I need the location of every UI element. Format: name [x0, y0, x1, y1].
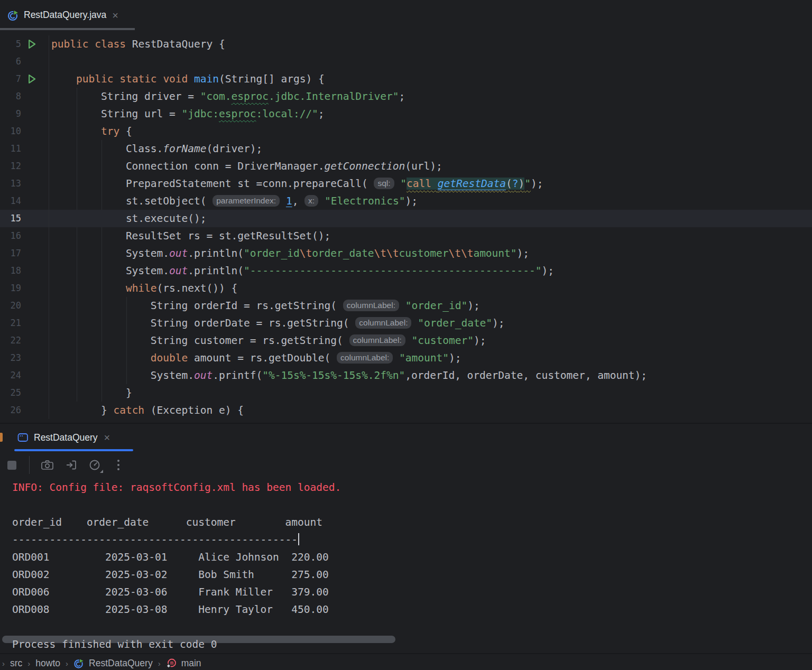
code-token: \t	[300, 247, 312, 259]
console-output[interactable]: INFO: Config file: raqsoftConfig.xml has…	[0, 479, 812, 653]
editor-line-12[interactable]: 12 Connection conn = DriverManager.getCo…	[0, 157, 812, 175]
code-text[interactable]: String url = "jdbc:esproc:local://";	[49, 105, 325, 123]
editor-line-26[interactable]: 26 } catch (Exception e) {	[0, 402, 812, 419]
code-text[interactable]: public class RestDataQuery {	[49, 35, 225, 53]
editor-line-24[interactable]: 24 System.out.printf("%-15s%-15s%-15s%.2…	[0, 367, 812, 384]
code-text[interactable]: public static void main(String[] args) {	[49, 70, 325, 88]
breadcrumb-item-main[interactable]: mmain	[166, 658, 201, 669]
active-tab-underline	[14, 449, 133, 451]
code-text[interactable]: String driver = "com.esproc.jdbc.Interna…	[49, 88, 405, 105]
editor-line-9[interactable]: 9 String url = "jdbc:esproc:local://";	[0, 105, 812, 123]
editor-line-18[interactable]: 18 System.out.println("-----------------…	[0, 262, 812, 280]
code-text[interactable]: try {	[49, 123, 132, 140]
line-number[interactable]: 13	[0, 175, 21, 192]
inlay-hint: parameterIndex:	[213, 195, 280, 207]
code-text[interactable]: Connection conn = DriverManager.getConne…	[49, 157, 442, 175]
run-tab-close-icon[interactable]: ×	[103, 432, 112, 443]
console-line: ORD002 2025-03-02 Bob Smith 275.00	[0, 566, 812, 583]
line-number[interactable]: 18	[0, 262, 21, 280]
toolwindow-stripe-icon[interactable]	[0, 433, 3, 442]
code-text[interactable]: while(rs.next()) {	[49, 280, 237, 297]
editor-line-23[interactable]: 23 double amount = rs.getDouble( columnL…	[0, 349, 812, 367]
editor-line-14[interactable]: 14 st.setObject( parameterIndex: 1, x: "…	[0, 192, 812, 210]
code-text[interactable]: }	[49, 384, 132, 402]
line-number[interactable]: 8	[0, 88, 21, 105]
console-line: Process finished with exit code 0	[0, 636, 812, 653]
code-token: String orderId = rs.getString(	[51, 300, 343, 312]
gutter-spacer	[21, 105, 49, 123]
code-text[interactable]: st.execute();	[49, 210, 207, 227]
code-text[interactable]: ResultSet rs = st.getResultSet();	[49, 227, 330, 245]
camera-icon[interactable]	[40, 458, 54, 472]
code-text[interactable]: System.out.println("order_id\torder_date…	[49, 245, 529, 262]
code-text[interactable]: Class.forName(driver);	[49, 140, 262, 157]
line-number[interactable]: 21	[0, 314, 21, 332]
code-text[interactable]: String customer = rs.getString( columnLa…	[49, 332, 486, 349]
line-number[interactable]: 9	[0, 105, 21, 123]
breadcrumb-item-src[interactable]: src	[10, 658, 22, 669]
gauge-icon[interactable]	[87, 458, 102, 472]
code-text[interactable]: } catch (Exception e) {	[49, 402, 244, 419]
editor-tab-close-icon[interactable]: ×	[111, 10, 119, 21]
editor-line-7[interactable]: 7 public static void main(String[] args)…	[0, 70, 812, 88]
code-token: )	[518, 178, 524, 190]
line-number[interactable]: 15	[0, 210, 21, 227]
line-number[interactable]: 11	[0, 140, 21, 157]
line-number[interactable]: 10	[0, 123, 21, 140]
editor-line-25[interactable]: 25 }	[0, 384, 812, 402]
editor-line-13[interactable]: 13 PreparedStatement st =conn.prepareCal…	[0, 175, 812, 192]
more-options-icon[interactable]	[111, 458, 126, 472]
run-line-icon[interactable]	[21, 35, 49, 53]
code-text[interactable]: st.setObject( parameterIndex: 1, x: "Ele…	[49, 192, 418, 210]
editor-line-20[interactable]: 20 String orderId = rs.getString( column…	[0, 297, 812, 314]
line-number[interactable]: 19	[0, 280, 21, 297]
console-line: INFO: Config file: raqsoftConfig.xml has…	[0, 479, 812, 496]
code-text[interactable]	[49, 53, 51, 70]
line-number[interactable]: 25	[0, 384, 21, 402]
editor-line-10[interactable]: 10 try {	[0, 123, 812, 140]
line-number[interactable]: 14	[0, 192, 21, 210]
editor-line-21[interactable]: 21 String orderDate = rs.getString( colu…	[0, 314, 812, 332]
editor-line-6[interactable]: 6	[0, 53, 812, 70]
text-caret	[298, 533, 299, 545]
soft-exit-icon[interactable]	[63, 458, 78, 472]
line-number[interactable]: 17	[0, 245, 21, 262]
line-number[interactable]: 12	[0, 157, 21, 175]
editor-line-8[interactable]: 8 String driver = "com.esproc.jdbc.Inter…	[0, 88, 812, 105]
gutter-spacer	[21, 53, 49, 70]
code-token: double	[151, 352, 188, 364]
code-text[interactable]: System.out.println("--------------------…	[49, 262, 554, 280]
gutter-spacer	[21, 245, 49, 262]
line-number[interactable]: 23	[0, 349, 21, 367]
code-token: forName	[163, 143, 206, 155]
editor-line-15[interactable]: 15 st.execute();	[0, 210, 812, 227]
stop-button[interactable]	[4, 458, 19, 472]
editor-line-19[interactable]: 19 while(rs.next()) {	[0, 280, 812, 297]
line-number[interactable]: 16	[0, 227, 21, 245]
code-text[interactable]: double amount = rs.getDouble( columnLabe…	[49, 349, 461, 367]
code-editor[interactable]: 5public class RestDataQuery {67 public s…	[0, 30, 812, 423]
code-text[interactable]: String orderDate = rs.getString( columnL…	[49, 314, 505, 332]
editor-line-22[interactable]: 22 String customer = rs.getString( colum…	[0, 332, 812, 349]
editor-line-16[interactable]: 16 ResultSet rs = st.getResultSet();	[0, 227, 812, 245]
breadcrumb-item-restdataquery[interactable]: RestDataQuery	[73, 658, 153, 669]
line-number[interactable]: 24	[0, 367, 21, 384]
line-number[interactable]: 22	[0, 332, 21, 349]
code-token: 1	[286, 195, 292, 207]
line-number[interactable]: 5	[0, 35, 21, 53]
line-number[interactable]: 7	[0, 70, 21, 88]
run-tab[interactable]: RestDataQuery ×	[14, 424, 114, 451]
editor-line-11[interactable]: 11 Class.forName(driver);	[0, 140, 812, 157]
editor-line-5[interactable]: 5public class RestDataQuery {	[0, 35, 812, 53]
editor-line-17[interactable]: 17 System.out.println("order_id\torder_d…	[0, 245, 812, 262]
code-token: .printf(	[213, 369, 262, 381]
code-text[interactable]: System.out.printf("%-15s%-15s%-15s%.2f%n…	[49, 367, 647, 384]
run-line-icon[interactable]	[21, 70, 49, 88]
breadcrumb-item-howto[interactable]: howto	[35, 658, 60, 669]
editor-tab[interactable]: RestDataQuery.java ×	[0, 0, 128, 30]
code-text[interactable]: PreparedStatement st =conn.prepareCall( …	[49, 175, 543, 192]
code-text[interactable]: String orderId = rs.getString( columnLab…	[49, 297, 480, 314]
line-number[interactable]: 6	[0, 53, 21, 70]
line-number[interactable]: 20	[0, 297, 21, 314]
line-number[interactable]: 26	[0, 402, 21, 419]
